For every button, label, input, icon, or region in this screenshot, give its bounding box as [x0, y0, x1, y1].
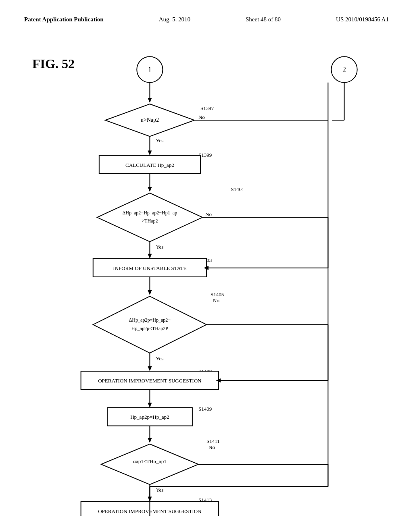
svg-text:Yes: Yes	[156, 244, 163, 250]
date-label: Aug. 5, 2010	[159, 16, 190, 23]
svg-text:INFORM OF UNSTABLE STATE: INFORM OF UNSTABLE STATE	[113, 265, 186, 271]
svg-marker-47	[148, 366, 152, 371]
svg-marker-41	[93, 296, 206, 353]
patent-number: US 2010/0198456 A1	[336, 16, 389, 23]
svg-text:S1409: S1409	[198, 406, 212, 412]
svg-text:CALCULATE Hp_ap2: CALCULATE Hp_ap2	[125, 162, 174, 168]
svg-marker-38	[148, 290, 152, 295]
svg-marker-5	[148, 98, 152, 103]
svg-text:No: No	[198, 114, 205, 120]
page-header: Patent Application Publication Aug. 5, 2…	[0, 16, 413, 23]
svg-text:>THap2: >THap2	[142, 218, 158, 224]
svg-text:S1411: S1411	[206, 438, 220, 444]
svg-text:S1397: S1397	[200, 105, 214, 111]
svg-text:αap1<THα_ap1: αap1<THα_ap1	[133, 458, 167, 464]
svg-text:Yes: Yes	[156, 487, 163, 493]
svg-text:2: 2	[342, 66, 346, 74]
flowchart: 1 2 n>Nap2 S1397 No Yes S1399 CALCULATE …	[24, 48, 389, 516]
diagram-container: FIG. 52 1 2 n>Nap2 S1397 No Yes S1399	[24, 48, 389, 516]
svg-text:No: No	[209, 444, 215, 450]
svg-marker-60	[148, 438, 152, 443]
svg-text:OPERATION IMPROVEMENT SUGGESTI: OPERATION IMPROVEMENT SUGGESTION	[98, 378, 202, 384]
svg-text:No: No	[205, 211, 212, 217]
publication-label: Patent Application Publication	[24, 16, 104, 23]
svg-text:1: 1	[148, 66, 152, 74]
svg-text:S1401: S1401	[231, 186, 244, 192]
sheet-label: Sheet 48 of 80	[246, 16, 281, 23]
svg-text:No: No	[213, 297, 219, 303]
svg-marker-63	[101, 444, 198, 484]
svg-text:Yes: Yes	[156, 137, 163, 143]
svg-marker-55	[148, 403, 152, 407]
svg-text:S1405: S1405	[211, 291, 224, 297]
svg-marker-23	[97, 193, 202, 242]
svg-text:Yes: Yes	[156, 355, 163, 362]
svg-text:n>Nap2: n>Nap2	[141, 116, 159, 123]
svg-marker-30	[148, 254, 152, 259]
svg-marker-21	[148, 187, 152, 192]
svg-text:Hp_ap2p<THap2P: Hp_ap2p<THap2P	[131, 326, 168, 331]
svg-marker-16	[148, 151, 152, 156]
svg-text:ΔHp_ap2p=Hp_ap2−: ΔHp_ap2p=Hp_ap2−	[129, 317, 171, 323]
svg-text:Hp_ap2p=Hp_ap2: Hp_ap2p=Hp_ap2	[130, 414, 169, 420]
svg-text:ΔHp_ap2=Hp_ap2−Hp1_ap: ΔHp_ap2=Hp_ap2−Hp1_ap	[122, 210, 177, 216]
